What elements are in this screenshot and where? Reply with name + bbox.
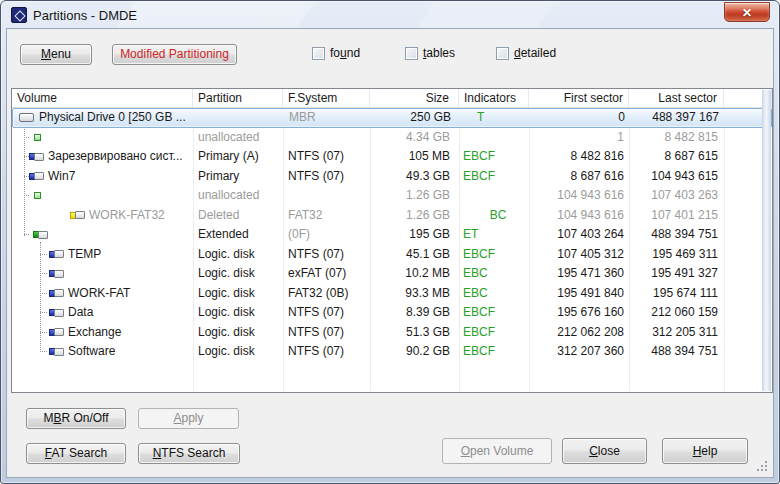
- filesystem-cell: FAT32: [283, 206, 370, 226]
- partition-icon: [49, 270, 64, 278]
- column-header-partition[interactable]: Partition: [193, 89, 283, 107]
- checkbox-box[interactable]: [496, 47, 509, 60]
- first-sector-cell: 312 207 360: [529, 342, 629, 362]
- first-sector-cell: 1: [529, 128, 629, 148]
- volume-label: Exchange: [68, 323, 121, 342]
- table-row[interactable]: Logic. diskexFAT (07)10.2 MBEBC195 471 3…: [12, 264, 772, 284]
- table-row[interactable]: TEMPLogic. diskNTFS (07)45.1 GBEBCF107 4…: [12, 245, 772, 265]
- fat-search-button[interactable]: FAT Search: [26, 443, 126, 464]
- mbr-onoff-button[interactable]: MBR On/Off: [26, 408, 126, 429]
- column-header-f-system[interactable]: F.System: [283, 89, 370, 107]
- column-header-last-sector[interactable]: Last sector: [629, 89, 724, 107]
- size-cell: 93.3 MB: [370, 284, 459, 304]
- unallocated-icon: [34, 134, 41, 141]
- dmde-app-icon: [11, 7, 27, 23]
- indicators-cell: EBCF: [459, 147, 529, 167]
- partition-icon: [29, 172, 44, 180]
- indicators-cell: EBCF: [459, 245, 529, 265]
- size-cell: 1.26 GB: [370, 206, 459, 226]
- filesystem-cell: exFAT (07): [283, 264, 370, 284]
- partition-icon: [49, 250, 64, 258]
- checkbox-tables[interactable]: tables: [405, 46, 455, 60]
- close-dialog-button[interactable]: Close: [562, 438, 647, 464]
- size-cell: 195 GB: [370, 225, 459, 245]
- table-row[interactable]: ExchangeLogic. diskNTFS (07)51.3 GBEBCF2…: [12, 323, 772, 343]
- partition-cell: Extended: [193, 225, 283, 245]
- partition-icon: [49, 309, 64, 317]
- indicators-cell: BC: [459, 206, 529, 226]
- modified-partitioning-button[interactable]: Modified Partitioning: [112, 44, 237, 65]
- table-row[interactable]: Physical Drive 0 [250 GB ...MBR250 GB T0…: [12, 108, 772, 128]
- partition-cell: Logic. disk: [193, 264, 283, 284]
- volume-label: Зарезервировано сист...: [48, 147, 183, 166]
- column-header-first-sector[interactable]: First sector: [529, 89, 629, 107]
- last-sector-cell: 8 482 815: [629, 128, 724, 148]
- first-sector-cell: 8 687 616: [529, 167, 629, 187]
- table-row[interactable]: Extended(0F)195 GBET107 403 264488 394 7…: [12, 225, 772, 245]
- checkbox-label: tables: [423, 46, 455, 60]
- table-row[interactable]: unallocated4.34 GB18 482 815: [12, 128, 772, 148]
- screenshot: Partitions - DMDE ✕ Menu Modified Partit…: [0, 0, 780, 484]
- ntfs-search-button[interactable]: NTFS Search: [138, 443, 240, 464]
- indicators-cell: EBCF: [459, 167, 529, 187]
- volume-label: Software: [68, 342, 115, 361]
- checkbox-box[interactable]: [312, 47, 325, 60]
- checkbox-box[interactable]: [405, 47, 418, 60]
- column-header-volume[interactable]: Volume: [12, 89, 193, 107]
- tree-stub: [40, 332, 47, 333]
- checkbox-label: found: [330, 46, 360, 60]
- column-header-indicators[interactable]: Indicators: [459, 89, 529, 107]
- partition-cell: Logic. disk: [193, 245, 283, 265]
- dialog-client-area: Menu Modified Partitioning foundtablesde…: [6, 28, 774, 478]
- menu-button[interactable]: Menu: [20, 44, 92, 65]
- indicators-cell: EBCF: [459, 342, 529, 362]
- size-cell: 45.1 GB: [370, 245, 459, 265]
- deleted-partition-icon: [70, 211, 85, 219]
- indicators-cell: ET: [459, 225, 529, 245]
- filesystem-cell: NTFS (07): [283, 245, 370, 265]
- last-sector-cell: 107 403 263: [629, 186, 724, 206]
- volume-label: TEMP: [68, 245, 101, 264]
- filesystem-cell: [283, 128, 370, 148]
- last-sector-cell: 195 469 311: [629, 245, 724, 265]
- table-row[interactable]: WORK-FATLogic. diskFAT32 (0B)93.3 MBEBC1…: [12, 284, 772, 304]
- partition-icon: [49, 328, 64, 336]
- filesystem-cell: NTFS (07): [283, 303, 370, 323]
- table-row[interactable]: Зарезервировано сист...Primary (A)NTFS (…: [12, 147, 772, 167]
- first-sector-cell: 212 062 208: [529, 323, 629, 343]
- close-icon: ✕: [742, 6, 752, 20]
- size-cell: 4.34 GB: [370, 128, 459, 148]
- vertical-scrollbar[interactable]: [762, 90, 771, 391]
- column-header-size[interactable]: Size: [370, 89, 459, 107]
- close-button[interactable]: ✕: [724, 2, 770, 22]
- last-sector-cell: 212 060 159: [629, 303, 724, 323]
- filesystem-cell: NTFS (07): [283, 147, 370, 167]
- open-volume-button[interactable]: Open Volume: [442, 438, 552, 464]
- apply-button[interactable]: Apply: [138, 408, 239, 429]
- indicators-cell: EBCF: [459, 323, 529, 343]
- indicators-cell: T: [460, 109, 530, 127]
- tree-stub: [24, 156, 29, 157]
- title-bar[interactable]: Partitions - DMDE ✕: [1, 1, 779, 29]
- table-row[interactable]: WORK-FAT32DeletedFAT321.26 GB BC104 943 …: [12, 206, 772, 226]
- tree-stub: [40, 273, 47, 274]
- partition-icon: [49, 289, 64, 297]
- size-cell: 49.3 GB: [370, 167, 459, 187]
- indicators-cell: [459, 128, 529, 148]
- resize-grip[interactable]: [756, 460, 767, 471]
- indicators-cell: EBC: [459, 284, 529, 304]
- table-row[interactable]: DataLogic. diskNTFS (07)8.39 GBEBCF195 6…: [12, 303, 772, 323]
- tree-stub: [24, 234, 29, 235]
- checkbox-found[interactable]: found: [312, 46, 360, 60]
- last-sector-cell: 488 394 751: [629, 225, 724, 245]
- table-row[interactable]: unallocated1.26 GB104 943 616107 403 263: [12, 186, 772, 206]
- help-button[interactable]: Help: [662, 438, 748, 464]
- first-sector-cell: 107 405 312: [529, 245, 629, 265]
- filesystem-cell: NTFS (07): [283, 167, 370, 187]
- checkbox-detailed[interactable]: detailed: [496, 46, 556, 60]
- filesystem-cell: [283, 186, 370, 206]
- table-row[interactable]: SoftwareLogic. diskNTFS (07)90.2 GBEBCF3…: [12, 342, 772, 362]
- indicators-cell: EBCF: [459, 303, 529, 323]
- volume-label: WORK-FAT: [68, 284, 130, 303]
- table-row[interactable]: Win7PrimaryNTFS (07)49.3 GBEBCF8 687 616…: [12, 167, 772, 187]
